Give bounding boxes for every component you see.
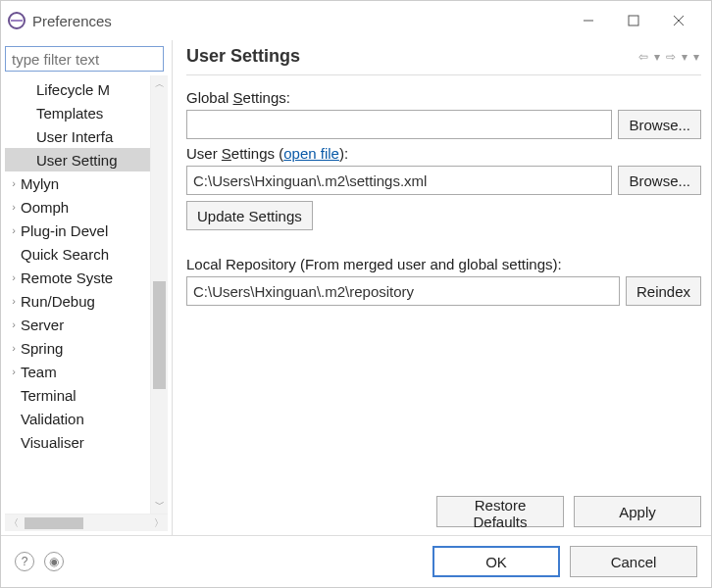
restore-defaults-button[interactable]: Restore Defaults: [436, 496, 564, 527]
scroll-left-icon[interactable]: 〈: [5, 516, 23, 530]
tree-item[interactable]: ›Plug-in Devel: [5, 219, 150, 242]
forward-icon[interactable]: ⇨: [664, 50, 678, 64]
titlebar: Preferences: [1, 1, 711, 40]
tree-item-label: User Setting: [36, 152, 118, 169]
close-button[interactable]: [656, 5, 701, 36]
tree-item-label: Spring: [21, 340, 63, 357]
tree-item[interactable]: ›Mylyn: [5, 172, 150, 195]
content-header: User Settings ⇦ ▾ ⇨ ▾ ▾: [186, 46, 701, 75]
page-title: User Settings: [186, 46, 300, 67]
help-icon[interactable]: ?: [15, 552, 34, 571]
tree-expand-icon[interactable]: ›: [7, 342, 21, 354]
tree-item[interactable]: ›Spring: [5, 336, 150, 360]
tree-item[interactable]: ›Remote Syste: [5, 266, 150, 289]
tree-wrap: Lifecycle MTemplatesUser InterfaUser Set…: [5, 75, 168, 514]
minimize-button[interactable]: [566, 5, 611, 36]
svg-rect-3: [629, 16, 638, 25]
scroll-down-icon[interactable]: ﹀: [151, 496, 168, 514]
update-settings-button[interactable]: Update Settings: [186, 201, 313, 230]
app-icon: [7, 11, 26, 30]
maximize-button[interactable]: [611, 5, 656, 36]
reindex-button[interactable]: Reindex: [626, 276, 701, 306]
main-area: Lifecycle MTemplatesUser InterfaUser Set…: [1, 40, 711, 536]
global-settings-label: Global Settings:: [186, 89, 701, 106]
forward-dropdown-icon[interactable]: ▾: [680, 50, 689, 64]
user-settings-input[interactable]: [186, 166, 612, 195]
tree-item-label: Quick Search: [21, 246, 109, 263]
tree-item-label: Terminal: [21, 387, 76, 404]
tree-expand-icon[interactable]: ›: [7, 366, 21, 377]
vertical-scrollbar[interactable]: ︿ ﹀: [150, 75, 168, 514]
import-export-icon[interactable]: ◉: [44, 552, 64, 571]
back-icon[interactable]: ⇦: [636, 50, 650, 64]
tree-item-label: Server: [21, 317, 64, 333]
tree-expand-icon[interactable]: ›: [7, 201, 21, 213]
tree-item-label: Mylyn: [21, 175, 59, 192]
tree-item[interactable]: User Interfa: [5, 124, 150, 148]
back-dropdown-icon[interactable]: ▾: [652, 50, 662, 64]
user-settings-row: User Settings (open file): Browse... Upd…: [186, 145, 701, 230]
svg-rect-1: [11, 20, 23, 22]
tree-item-label: Visualiser: [21, 434, 84, 451]
tree-item-label: Templates: [36, 105, 103, 122]
tree-item-label: Plug-in Devel: [21, 222, 108, 239]
tree-item-label: Oomph: [21, 199, 69, 216]
window-title: Preferences: [32, 13, 566, 29]
scroll-up-icon[interactable]: ︿: [151, 75, 168, 93]
tree-expand-icon[interactable]: ›: [7, 271, 21, 283]
local-repo-row: Local Repository (From merged user and g…: [186, 256, 701, 306]
ok-button[interactable]: OK: [432, 546, 560, 577]
tree-item-label: Run/Debug: [21, 293, 95, 310]
tree-item-label: Team: [21, 364, 57, 380]
tree-expand-icon[interactable]: ›: [7, 224, 21, 236]
tree-item[interactable]: Validation: [5, 407, 150, 430]
tree-item[interactable]: Terminal: [5, 383, 150, 407]
tree-item[interactable]: Templates: [5, 101, 150, 124]
hscroll-thumb[interactable]: [25, 517, 83, 529]
tree-item[interactable]: ›Oomph: [5, 195, 150, 219]
tree-item[interactable]: ›Server: [5, 313, 150, 336]
sidebar: Lifecycle MTemplatesUser InterfaUser Set…: [1, 40, 173, 535]
apply-button[interactable]: Apply: [574, 496, 701, 527]
tree-item-label: Remote Syste: [21, 270, 113, 286]
user-browse-button[interactable]: Browse...: [618, 166, 701, 195]
tree-expand-icon[interactable]: ›: [7, 177, 21, 189]
tree-item-label: Validation: [21, 411, 84, 427]
tree-item[interactable]: ›Team: [5, 360, 150, 383]
cancel-button[interactable]: Cancel: [570, 546, 697, 577]
open-file-link[interactable]: open file: [283, 145, 339, 162]
tree-item[interactable]: User Setting: [5, 148, 150, 172]
scroll-right-icon[interactable]: 〉: [150, 516, 168, 530]
menu-dropdown-icon[interactable]: ▾: [691, 50, 701, 64]
user-settings-label: User Settings (open file):: [186, 145, 701, 162]
tree[interactable]: Lifecycle MTemplatesUser InterfaUser Set…: [5, 75, 150, 514]
dialog-footer: ? ◉ OK Cancel: [1, 536, 711, 587]
tree-item-label: Lifecycle M: [36, 81, 110, 98]
tree-item[interactable]: Visualiser: [5, 430, 150, 454]
window-controls: [566, 5, 701, 36]
content-panel: User Settings ⇦ ▾ ⇨ ▾ ▾ Global Settings:…: [173, 40, 711, 535]
tree-item[interactable]: Lifecycle M: [5, 77, 150, 101]
tree-item[interactable]: ›Run/Debug: [5, 289, 150, 313]
content-actions: Restore Defaults Apply: [186, 488, 701, 527]
local-repo-input[interactable]: [186, 276, 620, 306]
tree-expand-icon[interactable]: ›: [7, 295, 21, 307]
global-browse-button[interactable]: Browse...: [618, 110, 701, 139]
scroll-thumb[interactable]: [153, 281, 166, 389]
tree-expand-icon[interactable]: ›: [7, 318, 21, 330]
tree-item-label: User Interfa: [36, 128, 113, 145]
local-repo-label: Local Repository (From merged user and g…: [186, 256, 701, 272]
nav-history: ⇦ ▾ ⇨ ▾ ▾: [636, 50, 701, 64]
filter-input[interactable]: [5, 46, 164, 72]
global-settings-input[interactable]: [186, 110, 612, 139]
global-settings-row: Global Settings: Browse...: [186, 89, 701, 139]
horizontal-scrollbar[interactable]: 〈 〉: [5, 514, 168, 531]
tree-item[interactable]: Quick Search: [5, 242, 150, 266]
